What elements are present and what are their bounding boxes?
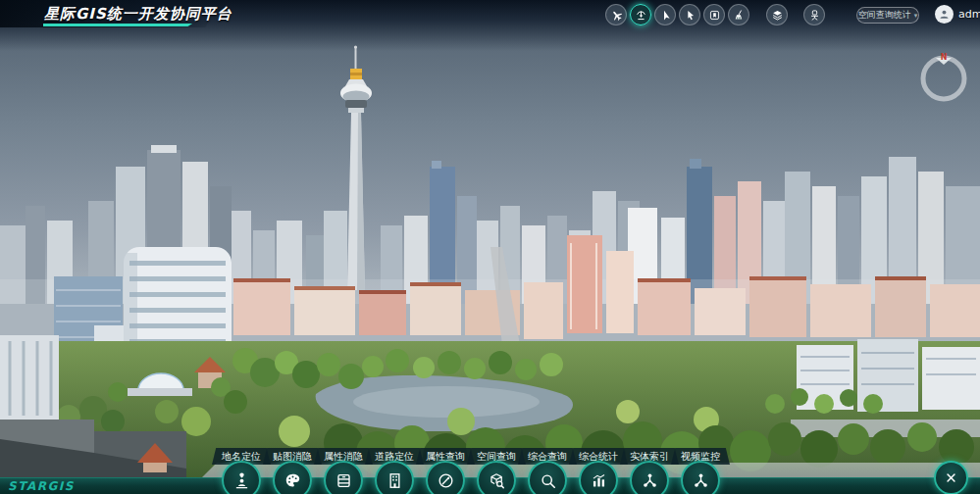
- watermark: STARGIS: [8, 479, 75, 493]
- building-icon: [386, 471, 404, 490]
- username: admin: [958, 8, 980, 21]
- dock-item-video-monitor[interactable]: 视频监控: [669, 448, 732, 494]
- drawer-box-icon: [335, 471, 353, 490]
- navigate-tool-button[interactable]: [654, 4, 676, 25]
- info-slash-icon: [437, 471, 455, 490]
- roam-tool-button[interactable]: [803, 4, 825, 25]
- share-network-icon: [641, 471, 659, 490]
- magnifier-icon: [539, 471, 557, 490]
- close-icon: [944, 470, 958, 485]
- spatial-query-dropdown[interactable]: 空间查询统计 ▾: [856, 7, 919, 24]
- compass-control[interactable]: N: [918, 49, 969, 104]
- select-tool-button[interactable]: [679, 4, 700, 25]
- broom-icon: [733, 9, 746, 22]
- user-icon: [938, 8, 951, 21]
- map-viewport[interactable]: [0, 0, 980, 494]
- person-pin-icon: [232, 471, 251, 490]
- palette-icon: [284, 471, 302, 490]
- share-network-icon: [692, 471, 710, 490]
- compass-north-label: N: [941, 53, 948, 62]
- cursor-icon: [684, 9, 696, 22]
- navigation-arrow-icon: [659, 9, 672, 22]
- avatar: [935, 5, 954, 24]
- dock-close-button[interactable]: [934, 461, 968, 494]
- title-underline: [43, 24, 192, 26]
- clear-tool-button[interactable]: [728, 4, 749, 25]
- airplane-icon: [610, 9, 623, 22]
- bookmark-tool-button[interactable]: [703, 4, 725, 25]
- top-toolbar: [605, 4, 749, 25]
- flight-tool-button[interactable]: [605, 4, 627, 25]
- layers-tool-button[interactable]: [766, 4, 788, 25]
- view-reset-tool-button[interactable]: [630, 4, 651, 25]
- app-title: 星际GIS统一开发协同平台: [44, 5, 232, 24]
- layers-icon: [771, 9, 784, 22]
- user-menu[interactable]: admin: [935, 5, 980, 24]
- swivel-chair-icon: [808, 9, 821, 22]
- chevron-down-icon: ▾: [914, 12, 918, 20]
- bookmark-icon: [708, 9, 721, 22]
- spatial-query-dropdown-value: 空间查询统计: [858, 9, 911, 22]
- view-reset-icon: [635, 9, 647, 22]
- gis-app-window: 星际GIS统一开发协同平台: [0, 0, 980, 494]
- bar-chart-icon: [590, 471, 608, 490]
- cube-search-icon: [488, 471, 506, 490]
